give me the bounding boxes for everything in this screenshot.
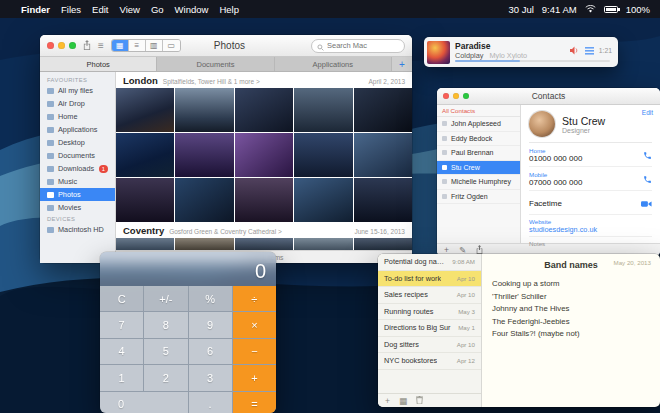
minimize-button[interactable] [58,42,65,49]
close-button[interactable] [47,42,54,49]
photo-thumbnail[interactable] [294,238,352,250]
photo-thumbnail[interactable] [354,88,412,132]
menu-clock[interactable]: 9:41 AM [542,4,577,15]
tab-photos[interactable]: Photos [40,57,157,71]
album-art[interactable] [427,41,450,64]
sidebar-item-all-my-files[interactable]: All my files [40,84,115,97]
note-row[interactable]: Dog sittersApr 10 [378,337,481,354]
close-button[interactable] [443,93,449,99]
search-field[interactable] [311,39,405,53]
digit-3-button[interactable]: 3 [189,365,232,390]
digit-5-button[interactable]: 5 [144,339,187,364]
contact-row[interactable]: Fritz Ogden [437,190,520,205]
photo-thumbnail[interactable] [116,238,174,250]
contact-row[interactable]: John Appleseed [437,117,520,132]
list-view-button[interactable]: ≡ [129,40,146,51]
add-tab-button[interactable]: + [392,57,412,71]
sidebar-item-applications[interactable]: Applications [40,123,115,136]
minus-button[interactable]: − [233,339,276,364]
menu-item-edit[interactable]: Edit [92,4,108,15]
percent-button[interactable]: % [189,286,232,311]
playlist-icon[interactable] [585,41,594,59]
contact-row[interactable]: Paul Brennan [437,146,520,161]
photo-thumbnail[interactable] [294,133,352,177]
photo-thumbnail[interactable] [354,133,412,177]
plus-button[interactable]: + [233,365,276,390]
group-subtitle[interactable]: Spitalfields, Tower Hill & 1 more > [163,78,260,85]
note-row[interactable]: Directions to Big SurMay 1 [378,320,481,337]
menu-item-view[interactable]: View [119,4,139,15]
field-value[interactable]: 07000 000 000 [529,178,582,187]
multiply-button[interactable]: × [233,312,276,337]
sidebar-item-movies[interactable]: Movies [40,201,115,214]
tab-applications[interactable]: Applications [275,57,392,71]
menu-item-help[interactable]: Help [219,4,239,15]
coverflow-view-button[interactable]: ▭ [163,40,180,51]
wifi-icon[interactable] [585,4,596,15]
digit-0-button[interactable]: 0 [100,392,188,413]
sort-icon[interactable]: ≡ [98,41,104,51]
digit-6-button[interactable]: 6 [189,339,232,364]
menu-item-finder[interactable]: Finder [21,4,50,15]
menu-item-go[interactable]: Go [151,4,164,15]
photo-thumbnail[interactable] [294,88,352,132]
photo-thumbnail[interactable] [235,88,293,132]
share-icon[interactable] [83,40,91,52]
next-track[interactable]: Mylo Xyloto [489,51,527,60]
decimal-button[interactable]: . [189,392,232,413]
digit-9-button[interactable]: 9 [189,312,232,337]
photo-thumbnail[interactable] [354,238,412,250]
digit-4-button[interactable]: 4 [100,339,143,364]
digit-1-button[interactable]: 1 [100,365,143,390]
icon-view-button[interactable]: ▦ [112,40,129,51]
battery-icon[interactable] [604,6,618,13]
sidebar-item-airdrop[interactable]: Air Drop [40,97,115,110]
contact-row[interactable]: Eddy Bedock [437,132,520,147]
note-row-selected[interactable]: To-do list for workApr 10 [378,271,481,288]
field-value[interactable]: 01000 000 000 [529,154,582,163]
photo-thumbnail[interactable] [175,133,233,177]
menu-item-files[interactable]: Files [61,4,81,15]
photo-thumbnail[interactable] [235,178,293,222]
delete-note-icon[interactable] [416,396,423,406]
grid-view-button[interactable]: ▦ [399,396,407,406]
sidebar-item-macintosh-hd[interactable]: Macintosh HD [40,223,115,236]
photo-thumbnail[interactable] [235,133,293,177]
photo-thumbnail[interactable] [116,133,174,177]
add-note-button[interactable]: + [385,396,390,406]
note-row[interactable]: Running routesMay 3 [378,304,481,321]
group-subtitle[interactable]: Gosford Green & Coventry Cathedral > [169,228,282,235]
zoom-button[interactable] [463,93,469,99]
digit-8-button[interactable]: 8 [144,312,187,337]
plus-minus-button[interactable]: +/- [144,286,187,311]
photo-thumbnail[interactable] [175,238,233,250]
note-row[interactable]: Potential dog names9:08 AM [378,254,481,271]
clear-button[interactable]: C [100,286,143,311]
contact-row[interactable]: Michelle Humphrey [437,175,520,190]
volume-icon[interactable] [570,41,580,59]
video-call-icon[interactable] [641,194,652,212]
equals-button[interactable]: = [233,392,276,413]
zoom-button[interactable] [69,42,76,49]
contact-row-selected[interactable]: Stu Crew [437,161,520,176]
website-link[interactable]: studioesdesign.co.uk [529,225,597,234]
photo-thumbnail[interactable] [235,238,293,250]
note-row[interactable]: NYC bookstoresApr 12 [378,353,481,370]
photo-thumbnail[interactable] [354,178,412,222]
progress-bar[interactable] [455,60,610,62]
digit-2-button[interactable]: 2 [144,365,187,390]
phone-icon[interactable] [643,146,652,164]
contact-photo[interactable] [529,111,555,137]
photo-thumbnail[interactable] [116,88,174,132]
sidebar-item-home[interactable]: Home [40,110,115,123]
tab-documents[interactable]: Documents [157,57,274,71]
edit-button[interactable]: Edit [642,109,653,116]
sidebar-item-photos[interactable]: Photos [40,188,115,201]
divide-button[interactable]: ÷ [233,286,276,311]
contacts-group-header[interactable]: All Contacts [437,105,520,117]
sidebar-item-desktop[interactable]: Desktop [40,136,115,149]
sidebar-item-downloads[interactable]: Downloads1 [40,162,115,175]
photo-thumbnail[interactable] [116,178,174,222]
note-detail-pane[interactable]: May 20, 2013 Band names Cooking up a sto… [482,254,660,407]
photo-thumbnail[interactable] [175,178,233,222]
